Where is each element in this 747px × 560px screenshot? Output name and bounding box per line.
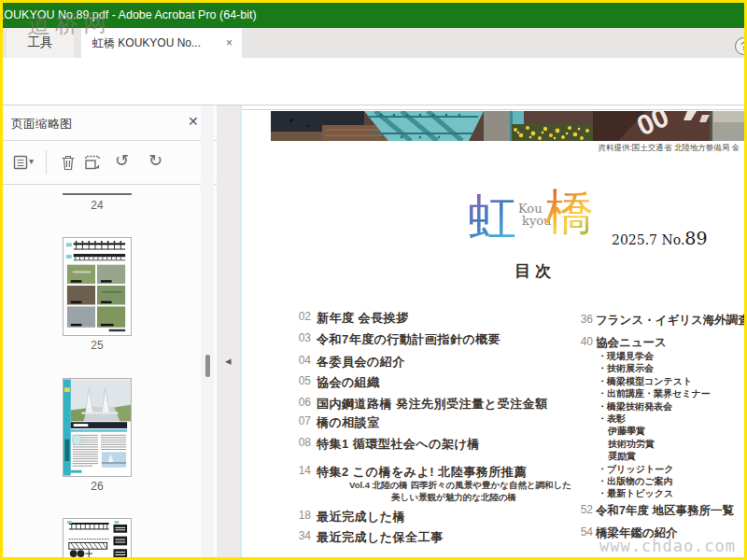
thumbnail-page-25[interactable] (63, 237, 132, 336)
news-item: 技術功労賞 (598, 438, 711, 450)
tab-bar: 工具 虹橋 KOUKYOU No... × (3, 28, 744, 58)
photo-caption: 資料提供:国土交通省 北陸地方整備局 金 (598, 143, 740, 154)
news-item: ・最新トピックス (598, 487, 711, 499)
toc-subtext: Vol.4 北陸の橋 四季折々の風景や豊かな自然と調和した (349, 480, 571, 492)
thumbnail-label-24: 24 (63, 199, 132, 212)
panel-header: 页面缩略图 ✕ (3, 105, 217, 141)
thumbnail-page-24-edge[interactable] (63, 193, 132, 195)
watermark-bottom: www.chdao.com (599, 537, 736, 555)
panel-divider[interactable]: ◂ (217, 105, 242, 557)
association-news-list: ・現場見学会 ・技術展示会 ・橋梁模型コンテスト ・出前講座・業界セミナー ・橋… (598, 350, 711, 500)
panel-title: 页面缩略图 (11, 116, 72, 133)
header-photo: 00 (271, 111, 744, 141)
tab-document-label: 虹橋 KOUKYOU No... (92, 36, 201, 49)
watermark-top: 道桥网 (26, 7, 111, 40)
news-item: ・出前講座・業界セミナー (598, 387, 711, 399)
options-caret-icon[interactable]: ▾ (29, 156, 34, 166)
news-item: ・技術展示会 (598, 362, 711, 374)
page-top-edge (242, 109, 744, 110)
news-item: ・橋梁技術発表会 (598, 400, 711, 413)
toc-subtext: 美しい景観が魅力的な北陸の橋 (391, 492, 516, 504)
main-toolbar: (3 / 68) 70.4% ▾ ▾ (3, 58, 744, 105)
panel-close-icon[interactable]: ✕ (188, 114, 199, 129)
news-item: ・表彰 (598, 413, 711, 425)
acrobat-window: KOUKYOU No.89.pdf - Adobe Acrobat Pro (6… (0, 0, 747, 560)
rotate-cw-icon[interactable]: ↻ (148, 150, 162, 171)
news-item: ・ブリッジトーク (598, 463, 711, 475)
issue-number: 2025.7 No.89 (612, 228, 708, 248)
panel-toolbar-separator (46, 150, 47, 175)
title-bar[interactable]: KOUKYOU No.89.pdf - Adobe Acrobat Pro (6… (3, 3, 744, 28)
thumbnails-panel: 页面缩略图 ✕ ▾ ↺ ↻ 2 (3, 105, 217, 557)
news-item: ・現場見学会 (598, 350, 711, 362)
panel-scrollbar-thumb[interactable] (205, 355, 210, 377)
delete-pages-icon[interactable] (59, 153, 78, 172)
toc-heading: 目次 (507, 260, 563, 282)
news-item: ・出版物のご案内 (598, 475, 711, 487)
pdf-page-canvas[interactable]: 00 資料提供:国土交通省 北陸地方整備局 金 虹 Kou kyou 橋 202… (242, 105, 744, 557)
thumbnail-label-26: 26 (63, 480, 132, 493)
magazine-title-kanji-right: 橋 (545, 188, 594, 236)
thumbnail-label-25: 25 (63, 339, 132, 352)
panel-scrollbar-track[interactable] (201, 105, 214, 557)
help-icon[interactable]: ? (735, 37, 747, 55)
news-item: 奨励賞 (598, 450, 711, 462)
thumbnail-page-27[interactable] (63, 518, 132, 560)
tab-close-icon[interactable]: × (226, 28, 233, 58)
panel-toolbar: ▾ ↺ ↻ (3, 141, 217, 185)
magazine-title-kanji-left: 虹 (468, 192, 516, 241)
news-item: ・橋梁模型コンテスト (598, 375, 711, 387)
rotate-ccw-icon[interactable]: ↺ (115, 150, 129, 171)
thumbnail-options-icon[interactable] (12, 153, 31, 172)
crop-pages-icon[interactable] (83, 153, 102, 172)
thumbnail-page-26[interactable] (63, 378, 132, 477)
collapse-panel-icon[interactable]: ◂ (225, 354, 232, 368)
news-item: 伊藤學賞 (598, 425, 711, 437)
